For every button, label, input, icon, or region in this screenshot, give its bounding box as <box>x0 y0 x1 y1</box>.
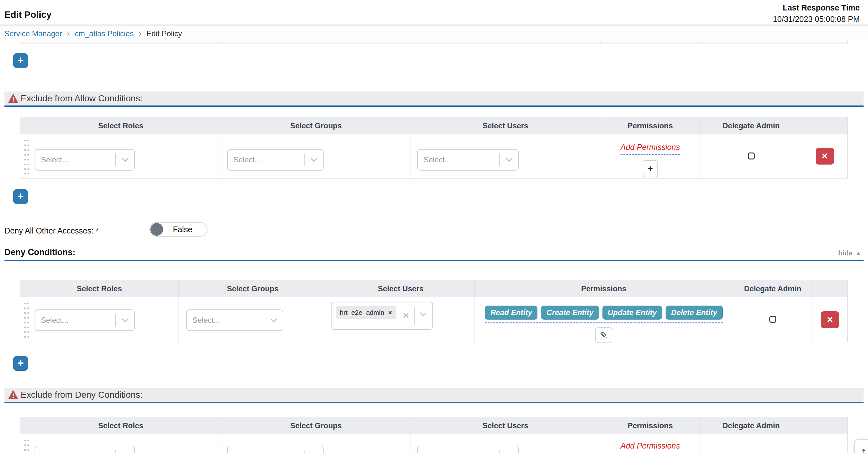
select-roles-dropdown[interactable]: Select... <box>35 446 135 453</box>
add-allow-condition-button[interactable]: + <box>13 53 28 68</box>
chevron-down-icon[interactable] <box>305 158 323 162</box>
clear-selection-icon[interactable]: ✕ <box>402 311 410 321</box>
arrow-up-icon: ↑ <box>860 445 867 453</box>
edit-policy-page: Edit Policy Last Response Time 10/31/202… <box>0 0 868 453</box>
deny-conditions-header: Deny Conditions: hide ▲ <box>4 247 864 261</box>
plus-icon: + <box>18 357 24 369</box>
cell-delegate-admin <box>701 434 802 453</box>
section-exclude-allow-conditions: Exclude from Allow Conditions: <box>4 91 864 107</box>
selected-user-chip: hrt_e2e_admin ✕ <box>336 306 396 319</box>
table-header-row: Select Roles Select Groups Select Users … <box>20 417 847 434</box>
select-users-dropdown[interactable]: Select... <box>417 149 519 171</box>
caret-up-icon: ▲ <box>856 250 861 256</box>
breadcrumb-separator-icon: › <box>138 29 141 38</box>
cell-select-users: Select... <box>411 434 600 453</box>
cell-actions: ✕ <box>812 298 847 343</box>
drag-handle[interactable] <box>24 138 30 174</box>
section-title: Exclude from Allow Conditions: <box>21 93 143 104</box>
last-response-time: Last Response Time 10/31/2023 05:00:08 P… <box>773 3 860 25</box>
chevron-down-icon[interactable] <box>415 312 432 317</box>
breadcrumb-separator-icon: › <box>67 29 69 38</box>
toggle-knob <box>150 223 163 236</box>
permission-badge: Update Entity <box>602 306 662 319</box>
hide-section-link[interactable]: hide ▲ <box>838 249 861 257</box>
select-groups-dropdown[interactable]: Select... <box>227 149 323 171</box>
col-select-users: Select Users <box>411 117 600 134</box>
select-roles-dropdown[interactable]: Select... <box>35 309 135 331</box>
col-permissions: Permissions <box>600 417 701 434</box>
cell-select-users: Select... <box>411 134 600 178</box>
add-deny-condition-button[interactable]: + <box>13 356 28 371</box>
table-row: Select... Select... hrt_e2e_admin ✕ <box>20 298 847 342</box>
cell-permissions: Read Entity Create Entity Update Entity … <box>475 298 733 343</box>
cell-select-roles: Select... <box>20 434 221 453</box>
cell-actions: ✕ <box>802 434 847 453</box>
breadcrumb-cm-atlas-policies[interactable]: cm_atlas Policies <box>75 29 133 38</box>
col-delegate-admin: Delegate Admin <box>701 417 802 434</box>
remove-chip-icon[interactable]: ✕ <box>388 310 392 316</box>
cell-permissions: Add Permissions + <box>600 434 701 453</box>
cell-select-groups: Select... <box>221 434 411 453</box>
col-select-roles: Select Roles <box>20 280 179 297</box>
chevron-down-icon[interactable] <box>116 158 134 162</box>
permission-badge: Create Entity <box>541 306 599 319</box>
col-delegate-admin: Delegate Admin <box>701 117 802 134</box>
drag-handle[interactable] <box>24 438 30 453</box>
select-users-dropdown[interactable]: Select... <box>417 446 519 453</box>
col-actions <box>812 280 847 297</box>
drag-handle[interactable] <box>24 301 30 339</box>
top-bar: Edit Policy Last Response Time 10/31/202… <box>0 0 868 25</box>
cell-select-users: hrt_e2e_admin ✕ ✕ <box>327 298 475 343</box>
add-permissions-link[interactable]: Add Permissions <box>621 441 680 453</box>
select-users-multiselect[interactable]: hrt_e2e_admin ✕ ✕ <box>331 302 433 330</box>
delegate-admin-checkbox[interactable] <box>769 316 776 323</box>
exclude-allow-conditions-table: Select Roles Select Groups Select Users … <box>20 117 848 178</box>
select-placeholder: Select... <box>187 316 264 325</box>
col-select-users: Select Users <box>411 417 600 434</box>
section-exclude-deny-conditions: Exclude from Deny Conditions: <box>4 388 864 403</box>
table-header-row: Select Roles Select Groups Select Users … <box>20 280 847 298</box>
chevron-down-icon[interactable] <box>116 318 134 323</box>
exclude-deny-conditions-table: Select Roles Select Groups Select Users … <box>20 417 848 453</box>
chevron-down-icon[interactable] <box>264 318 283 323</box>
breadcrumb-current: Edit Policy <box>146 29 182 38</box>
deny-all-accesses-label: Deny All Other Accesses: * <box>4 226 99 235</box>
delete-row-button[interactable]: ✕ <box>816 148 834 165</box>
col-select-roles: Select Roles <box>20 417 221 434</box>
page-title: Edit Policy <box>4 9 52 25</box>
permission-badge: Read Entity <box>485 306 537 319</box>
last-response-value: 10/31/2023 05:00:08 PM <box>773 15 860 24</box>
col-actions <box>802 117 847 134</box>
select-groups-dropdown[interactable]: Select... <box>227 446 323 453</box>
add-exclude-allow-row-button[interactable]: + <box>13 189 28 204</box>
col-select-roles: Select Roles <box>20 117 221 134</box>
col-select-groups: Select Groups <box>179 280 327 297</box>
cell-select-groups: Select... <box>179 298 327 343</box>
chevron-down-icon[interactable] <box>500 158 518 162</box>
plus-icon: + <box>18 190 24 202</box>
breadcrumb-service-manager[interactable]: Service Manager <box>4 29 62 38</box>
close-icon: ✕ <box>827 315 833 324</box>
permission-badge: Delete Entity <box>665 306 722 319</box>
breadcrumb: Service Manager › cm_atlas Policies › Ed… <box>0 26 868 41</box>
select-placeholder: Select... <box>35 155 115 164</box>
pencil-icon: ✎ <box>600 330 608 341</box>
scroll-to-top-button[interactable]: ↑ <box>854 440 868 453</box>
edit-permissions-button[interactable]: ✎ <box>595 327 612 343</box>
delegate-admin-checkbox[interactable] <box>748 152 755 160</box>
add-permissions-link[interactable]: Add Permissions <box>621 143 680 155</box>
select-groups-dropdown[interactable]: Select... <box>186 309 283 331</box>
select-placeholder: Select... <box>35 316 115 325</box>
plus-icon: + <box>18 54 24 66</box>
select-placeholder: Select... <box>228 155 304 164</box>
add-permission-button[interactable]: + <box>643 160 658 177</box>
table-header-row: Select Roles Select Groups Select Users … <box>20 117 847 134</box>
select-roles-dropdown[interactable]: Select... <box>35 149 135 171</box>
warning-icon <box>8 94 18 103</box>
deny-all-accesses-toggle[interactable]: False <box>149 222 208 237</box>
col-select-groups: Select Groups <box>221 417 411 434</box>
close-icon: ✕ <box>822 151 828 161</box>
last-response-label: Last Response Time <box>773 3 860 12</box>
cell-select-roles: Select... <box>20 134 221 178</box>
delete-row-button[interactable]: ✕ <box>821 311 839 328</box>
